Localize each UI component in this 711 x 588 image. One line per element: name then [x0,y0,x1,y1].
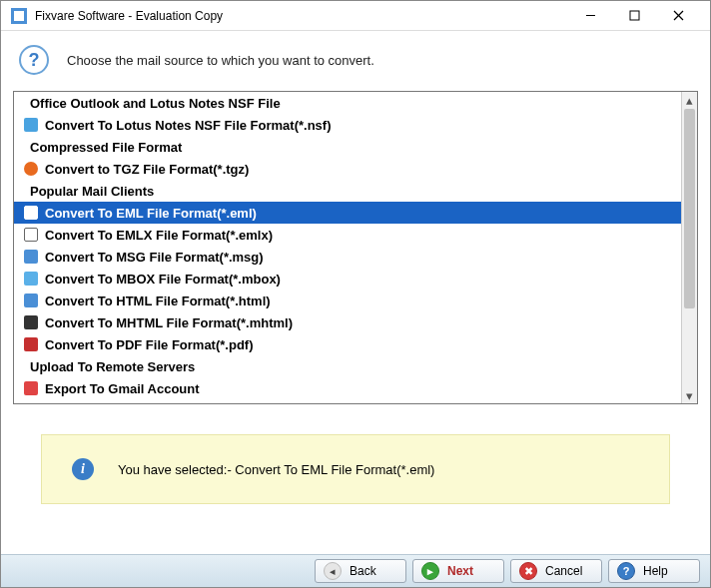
scroll-up-icon[interactable]: ▴ [682,92,697,108]
footer-bar: ◂ Back ▸ Next ✖ Cancel ? Help [1,554,710,587]
list-item-label: Convert To MHTML File Format(*.mhtml) [43,315,293,330]
minimize-button[interactable] [568,1,612,31]
nsf-icon [19,118,43,132]
instruction-header: ? Choose the mail source to which you wa… [1,31,710,91]
help-button-label: Help [643,564,668,578]
next-icon: ▸ [421,562,439,580]
list-section-header: Compressed File Format [14,136,681,158]
emlx-icon [19,228,43,242]
back-button[interactable]: ◂ Back [315,559,406,583]
html-icon [19,294,43,307]
back-icon: ◂ [324,562,342,580]
list-section-header: Upload To Remote Servers [14,355,681,377]
list-item-label: Convert To PDF File Format(*.pdf) [43,337,253,352]
list-item-label: Convert To EMLX File Format(*.emlx) [43,228,273,243]
section-header-label: Compressed File Format [30,140,182,155]
next-button[interactable]: ▸ Next [412,559,504,583]
list-item[interactable]: Convert To MSG File Format(*.msg) [14,246,681,268]
mbox-icon [19,272,43,286]
window-controls [568,1,700,31]
section-header-label: Office Outlook and Lotus Notes NSF File [30,96,281,111]
next-button-label: Next [447,564,473,578]
title-bar: Fixvare Software - Evaluation Copy [1,1,710,31]
section-header-label: Popular Mail Clients [30,184,154,199]
app-icon [11,8,27,24]
list-item-label: Export To Gmail Account [43,381,200,396]
list-item-label: Convert To MBOX File Format(*.mbox) [43,272,281,287]
list-section-header: Popular Mail Clients [14,180,681,202]
help-button-icon: ? [617,562,635,580]
list-item[interactable]: Convert To PDF File Format(*.pdf) [14,333,681,355]
list-item[interactable]: Convert To HTML File Format(*.html) [14,290,681,311]
msg-icon [19,250,43,264]
list-item[interactable]: Convert to TGZ File Format(*.tgz) [14,158,681,180]
scroll-thumb[interactable] [684,109,695,308]
mhtml-icon [19,315,43,329]
list-item[interactable]: Convert To MHTML File Format(*.mhtml) [14,311,681,333]
svg-rect-3 [630,11,639,20]
format-list[interactable]: Office Outlook and Lotus Notes NSF FileC… [14,92,681,403]
list-item-label: Convert To EML File Format(*.eml) [43,206,257,221]
help-button[interactable]: ? Help [608,559,700,583]
instruction-text: Choose the mail source to which you want… [67,53,374,68]
tgz-icon [19,162,43,176]
gmail-icon [19,381,43,395]
list-item[interactable]: Export To Gmail Account [14,377,681,399]
list-item-label: Convert to TGZ File Format(*.tgz) [43,162,249,177]
selection-status-box: i You have selected:- Convert To EML Fil… [41,434,670,504]
back-button-label: Back [350,564,376,578]
scrollbar[interactable]: ▴ ▾ [681,92,697,403]
window-title: Fixvare Software - Evaluation Copy [35,9,568,23]
list-item[interactable]: Convert To EMLX File Format(*.emlx) [14,224,681,246]
help-icon: ? [19,45,49,75]
format-list-container: Office Outlook and Lotus Notes NSF FileC… [13,91,698,404]
cancel-icon: ✖ [519,562,537,580]
svg-rect-1 [14,11,24,21]
selection-status-text: You have selected:- Convert To EML File … [118,462,434,477]
list-section-header: Office Outlook and Lotus Notes NSF File [14,92,681,114]
list-item[interactable]: Convert To MBOX File Format(*.mbox) [14,268,681,290]
cancel-button[interactable]: ✖ Cancel [510,559,602,583]
list-item-label: Convert To HTML File Format(*.html) [43,294,271,308]
list-item-label: Convert To MSG File Format(*.msg) [43,250,264,265]
section-header-label: Upload To Remote Servers [30,359,195,374]
close-button[interactable] [656,1,700,31]
cancel-button-label: Cancel [545,564,582,578]
pdf-icon [19,337,43,351]
list-item[interactable]: Convert To Lotus Notes NSF File Format(*… [14,114,681,136]
list-item[interactable]: Convert To EML File Format(*.eml) [14,202,681,224]
info-icon: i [72,458,94,480]
maximize-button[interactable] [612,1,656,31]
scroll-down-icon[interactable]: ▾ [682,387,697,403]
list-item-label: Convert To Lotus Notes NSF File Format(*… [43,118,332,133]
eml-icon [19,206,43,220]
